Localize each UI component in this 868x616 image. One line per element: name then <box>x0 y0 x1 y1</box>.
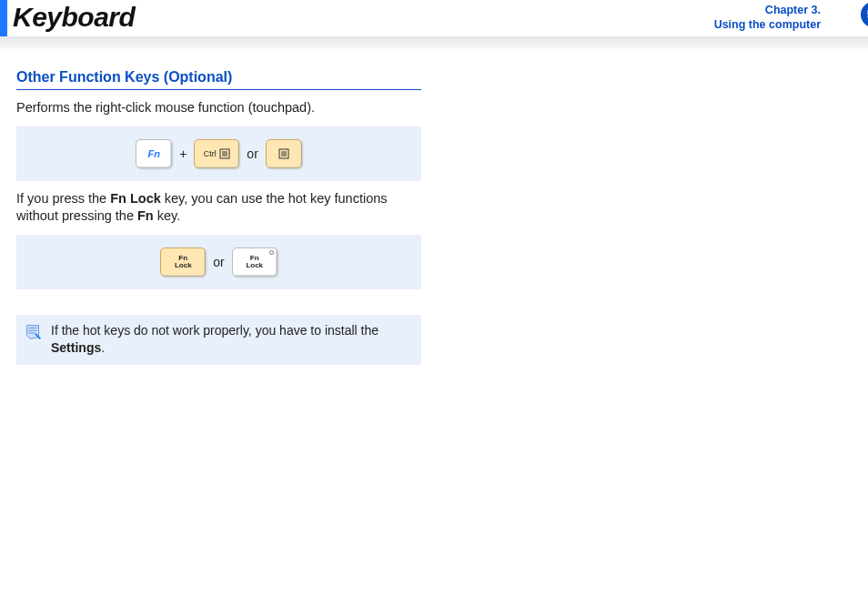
key-fn-label: Fn <box>147 148 159 159</box>
or-text-1: or <box>247 146 257 161</box>
note-icon <box>24 322 44 357</box>
note-b1: Settings <box>51 340 101 355</box>
chapter-line1: Chapter 3. <box>765 4 821 16</box>
header-shadow <box>0 36 868 53</box>
key-menu <box>266 139 302 168</box>
svg-point-8 <box>269 250 273 254</box>
fnlock-b2: Fn <box>137 208 154 223</box>
led-indicator-icon <box>269 250 274 255</box>
page-header: Keyboard Chapter 3. Using the computer 5… <box>0 0 868 36</box>
context-menu-icon <box>219 148 230 159</box>
chapter-info: Chapter 3. Using the computer 52 <box>714 4 855 32</box>
fnlock-p3: key. <box>154 208 181 223</box>
note-p1: If the hot keys do not work properly, yo… <box>51 323 378 338</box>
fnlock-p1: If you press the <box>16 191 110 206</box>
chapter-line2: Using the computer <box>714 18 821 31</box>
page-title: Keyboard <box>13 2 135 33</box>
key-ctrl-menu: Ctrl <box>194 139 239 168</box>
intro-text: Performs the right-click mouse function … <box>16 99 421 117</box>
content-column: Other Function Keys (Optional) Performs … <box>16 69 421 365</box>
key-ctrl-label: Ctrl <box>204 149 217 158</box>
fnlock-line2: Lock <box>175 262 192 269</box>
page-number-badge: 52 <box>861 2 868 27</box>
or-text-2: or <box>213 255 224 269</box>
key-fnlock-b: Fn Lock <box>232 247 278 277</box>
note-p2: . <box>101 340 105 355</box>
header-accent-bar <box>0 0 7 36</box>
note-text: If the hot keys do not work properly, yo… <box>51 322 414 357</box>
key-fnlock-a: Fn Lock <box>160 247 206 277</box>
key-fn: Fn <box>136 139 172 168</box>
context-menu-icon <box>278 148 289 159</box>
key-combo-panel-2: Fn Lock or Fn Lock <box>16 235 421 289</box>
key-combo-panel-1: Fn + Ctrl or <box>16 126 421 181</box>
fnlock-text: If you press the Fn Lock key, you can us… <box>16 190 421 226</box>
section-heading: Other Function Keys (Optional) <box>16 69 421 90</box>
note-box: If the hot keys do not work properly, yo… <box>16 315 421 366</box>
fnlock-b1: Fn Lock <box>110 191 161 206</box>
plus-symbol: + <box>179 146 187 161</box>
fnlock-line2: Lock <box>246 262 263 269</box>
